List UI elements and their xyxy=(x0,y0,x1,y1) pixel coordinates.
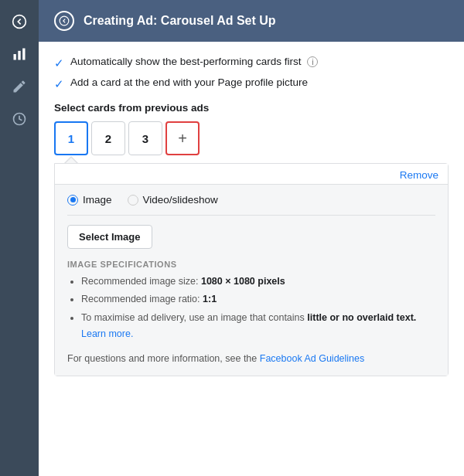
page-header: Creating Ad: Carousel Ad Set Up xyxy=(39,0,464,42)
back-icon[interactable] xyxy=(5,8,33,36)
svg-rect-1 xyxy=(14,54,16,60)
radio-video[interactable]: Video/slideshow xyxy=(128,194,218,206)
info-icon-best-performing[interactable]: i xyxy=(307,56,318,67)
cards-row: 1 2 3 + xyxy=(54,121,449,155)
sidebar xyxy=(0,0,39,476)
checkbox-best-performing: ✓ Automatically show the best-performing… xyxy=(54,56,449,70)
card-add-button[interactable]: + xyxy=(165,121,200,155)
facebook-guidelines-link[interactable]: Facebook Ad Guidelines xyxy=(260,353,365,364)
svg-point-0 xyxy=(13,15,26,29)
spec-item-text: To maximise ad delivery, use an image th… xyxy=(81,310,435,343)
check-icon-page-profile: ✓ xyxy=(54,77,64,91)
chart-icon[interactable] xyxy=(5,40,33,68)
radio-image[interactable]: Image xyxy=(67,194,112,206)
card-button-2[interactable]: 2 xyxy=(91,121,125,155)
svg-point-5 xyxy=(60,16,69,26)
spec-item-size: Recommended image size: 1080 × 1080 pixe… xyxy=(81,274,435,290)
remove-link-row: Remove xyxy=(55,164,448,184)
image-specs-title: IMAGE SPECIFICATIONS xyxy=(67,260,435,269)
checkbox-page-profile: ✓ Add a card at the end with your Page p… xyxy=(54,76,449,91)
card-panel: Remove Image Video/slideshow Select xyxy=(54,163,449,376)
page-title: Creating Ad: Carousel Ad Set Up xyxy=(84,14,276,28)
image-specs-list: Recommended image size: 1080 × 1080 pixe… xyxy=(67,274,435,342)
content-area: ✓ Automatically show the best-performing… xyxy=(39,42,464,476)
radio-circle-image xyxy=(67,195,78,206)
checkbox-label-page-profile: Add a card at the end with your Page pro… xyxy=(70,76,308,88)
clock-icon[interactable] xyxy=(5,105,33,133)
card-panel-inner: Image Video/slideshow Select Image IMAGE… xyxy=(55,184,448,376)
svg-rect-3 xyxy=(22,49,25,60)
card-button-3[interactable]: 3 xyxy=(128,121,162,155)
footer-note: For questions and more information, see … xyxy=(67,352,435,366)
learn-more-link[interactable]: Learn more. xyxy=(81,328,133,339)
checkbox-label-best-performing: Automatically show the best-performing c… xyxy=(70,56,318,67)
radio-circle-video xyxy=(128,195,138,206)
remove-link[interactable]: Remove xyxy=(400,169,438,181)
radio-label-video: Video/slideshow xyxy=(143,194,218,206)
radio-label-image: Image xyxy=(83,194,112,206)
media-type-radio-row: Image Video/slideshow xyxy=(67,194,435,206)
pencil-icon[interactable] xyxy=(5,73,33,100)
card-button-1[interactable]: 1 xyxy=(54,121,88,155)
select-image-button[interactable]: Select Image xyxy=(67,225,152,249)
header-back-icon[interactable] xyxy=(54,11,74,31)
main-content: Creating Ad: Carousel Ad Set Up ✓ Automa… xyxy=(39,0,464,476)
divider xyxy=(67,215,435,216)
spec-item-ratio: Recommended image ratio: 1:1 xyxy=(81,291,435,308)
check-icon-best-performing: ✓ xyxy=(54,56,64,70)
svg-rect-2 xyxy=(18,51,20,60)
panel-pointer xyxy=(54,155,449,163)
cards-section-title: Select cards from previous ads xyxy=(54,102,449,114)
